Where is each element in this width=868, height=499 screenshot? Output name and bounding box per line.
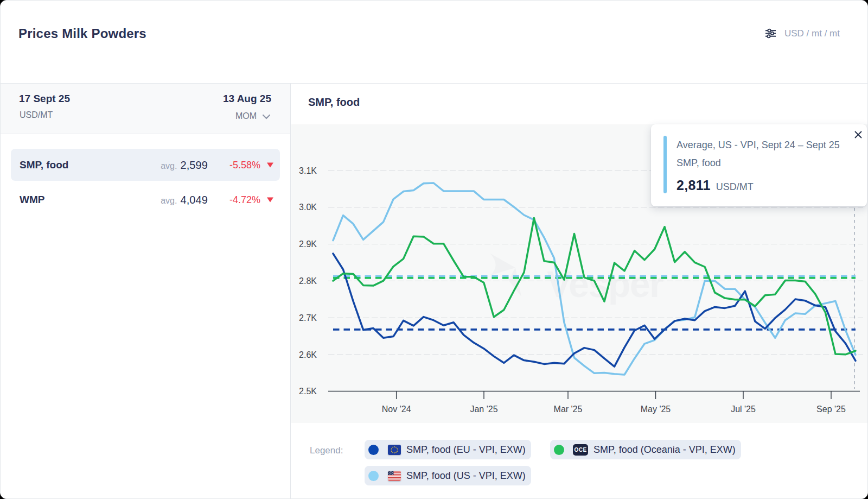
svg-text:3.1K: 3.1K bbox=[299, 166, 317, 175]
svg-text:2.6K: 2.6K bbox=[299, 350, 317, 359]
svg-text:2.5K: 2.5K bbox=[299, 387, 317, 396]
svg-text:Mar '25: Mar '25 bbox=[554, 405, 583, 414]
svg-text:Jan '25: Jan '25 bbox=[470, 405, 497, 414]
svg-text:Jul '25: Jul '25 bbox=[731, 405, 756, 414]
svg-text:May '25: May '25 bbox=[641, 405, 671, 414]
svg-text:3.0K: 3.0K bbox=[299, 203, 317, 212]
svg-text:2.9K: 2.9K bbox=[299, 239, 317, 249]
svg-text:Sep '25: Sep '25 bbox=[816, 405, 846, 414]
svg-text:Nov '24: Nov '24 bbox=[382, 405, 411, 414]
svg-text:2.7K: 2.7K bbox=[299, 313, 317, 323]
svg-text:2.8K: 2.8K bbox=[299, 276, 317, 286]
